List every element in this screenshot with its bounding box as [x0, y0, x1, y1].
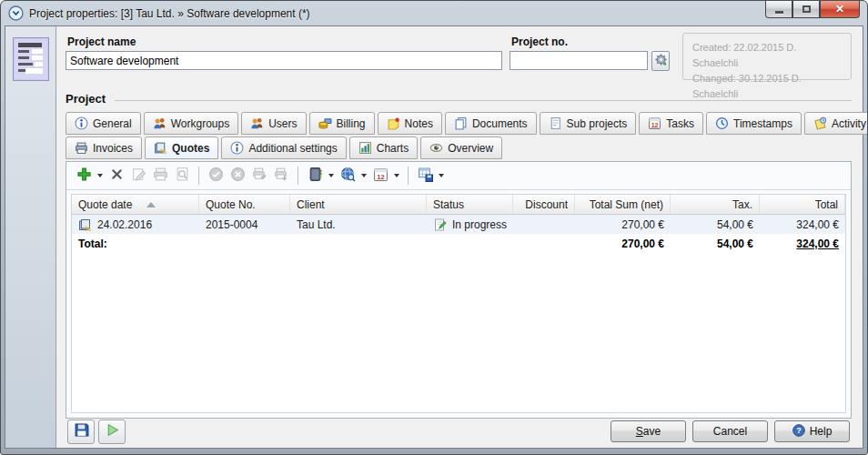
- project-no-input[interactable]: [510, 51, 648, 70]
- tab-quotes[interactable]: % Quotes: [145, 136, 218, 159]
- column-header-quote-date[interactable]: Quote date: [72, 195, 199, 214]
- tab-workgroups[interactable]: Workgroups: [144, 112, 238, 135]
- tab-documents[interactable]: Documents: [445, 112, 537, 135]
- project-name-label: Project name: [67, 35, 502, 48]
- column-header-total[interactable]: Total: [760, 195, 845, 214]
- tab-notes[interactable]: Notes: [378, 112, 442, 135]
- total-label: Total:: [72, 234, 199, 253]
- continue-button[interactable]: [98, 420, 126, 444]
- tab-tasks[interactable]: 12 Tasks: [639, 112, 703, 135]
- tab-sub-projects[interactable]: Sub projects: [540, 112, 637, 135]
- sidebar: [5, 26, 56, 448]
- tab-timestamps[interactable]: Timestamps: [706, 112, 802, 135]
- column-header-tax[interactable]: Tax.: [671, 195, 760, 214]
- total-total-value: 324,00 €: [760, 234, 845, 253]
- svg-text:12: 12: [651, 122, 659, 128]
- cancel-button[interactable]: Cancel: [692, 420, 768, 442]
- tab-additional-settings[interactable]: Additional settings: [221, 136, 346, 159]
- dropdown-caret-icon: [394, 174, 399, 177]
- gear-icon: [654, 53, 668, 69]
- accept-quote-button[interactable]: [205, 165, 227, 187]
- print-preview-button[interactable]: [171, 165, 193, 187]
- column-header-client[interactable]: Client: [290, 195, 427, 214]
- section-divider: [115, 100, 852, 101]
- quick-save-button[interactable]: [67, 420, 95, 444]
- project-form-icon: [13, 37, 49, 448]
- tab-charts[interactable]: Charts: [349, 136, 418, 159]
- activity-report-icon: [813, 116, 827, 130]
- svg-text:?: ?: [796, 426, 802, 435]
- header-fields: Project name Project no. Created: 22.02.…: [66, 32, 852, 85]
- app-icon[interactable]: [8, 5, 24, 21]
- edit-quote-button[interactable]: [127, 165, 149, 187]
- tab-activity-report[interactable]: Activity Report: [804, 112, 868, 135]
- help-button[interactable]: ? Help: [774, 420, 850, 442]
- print-batch-button[interactable]: [270, 165, 292, 187]
- users-icon: [250, 116, 264, 130]
- column-header-quote-no[interactable]: Quote No.: [199, 195, 290, 214]
- grid-save-icon: [418, 167, 433, 185]
- tab-invoices[interactable]: Invoices: [66, 136, 142, 159]
- generate-project-no-button[interactable]: [651, 51, 670, 71]
- invoices-icon: [75, 141, 88, 155]
- total-sum-net-value: 270,00 €: [575, 234, 671, 253]
- close-button[interactable]: ✕: [820, 1, 860, 18]
- minimize-button[interactable]: [765, 1, 792, 18]
- maximize-button[interactable]: [792, 1, 820, 18]
- column-header-total-sum-net[interactable]: Total Sum (net): [575, 195, 671, 214]
- project-name-input[interactable]: [66, 51, 502, 70]
- dialog-body: Project name Project no. Created: 22.02.…: [5, 25, 863, 449]
- add-quote-button[interactable]: [73, 165, 95, 187]
- window-title: Project properties: [3] Tau Ltd. » Softw…: [29, 7, 310, 20]
- column-header-status[interactable]: Status: [427, 195, 513, 214]
- web-search-dropdown-button[interactable]: [358, 165, 369, 187]
- tasks-icon: 12: [648, 116, 661, 130]
- delete-quote-button[interactable]: [106, 165, 127, 187]
- notes-icon: [387, 116, 400, 130]
- reject-icon: [230, 167, 246, 185]
- address-book-dropdown-button[interactable]: [326, 165, 337, 187]
- table-empty-area: [72, 253, 845, 412]
- cell-quote-no: 2015-0004: [199, 215, 290, 234]
- grid-layout-dropdown-button[interactable]: [436, 165, 447, 187]
- close-icon: ✕: [835, 3, 844, 15]
- print-quote-button[interactable]: [149, 165, 171, 187]
- cell-status: In progress: [427, 215, 513, 234]
- delete-icon: [109, 167, 125, 185]
- reject-quote-button[interactable]: [227, 165, 248, 187]
- add-dropdown-button[interactable]: [95, 165, 106, 187]
- cell-discount: [513, 215, 575, 234]
- quotes-icon: %: [154, 141, 167, 155]
- tab-overview[interactable]: Overview: [420, 136, 502, 159]
- window-controls: ✕: [765, 1, 860, 18]
- print-accept-icon: [252, 167, 267, 185]
- main-area: Project name Project no. Created: 22.02.…: [56, 26, 863, 448]
- dropdown-caret-icon: [97, 174, 103, 177]
- charts-icon: [358, 141, 372, 155]
- column-header-discount[interactable]: Discount: [513, 195, 575, 214]
- toolbar-separator: [408, 167, 409, 185]
- cell-client: Tau Ltd.: [290, 215, 427, 234]
- table-total-row: Total: 270,00 € 54,00 € 324,00 €: [72, 234, 845, 253]
- web-search-button[interactable]: [337, 165, 358, 187]
- tab-general[interactable]: General: [66, 112, 141, 135]
- in-progress-icon: [433, 217, 448, 232]
- tab-billing[interactable]: Billing: [309, 112, 375, 135]
- billing-icon: [318, 116, 332, 130]
- cell-total-sum-net: 270,00 €: [575, 215, 671, 234]
- cell-tax: 54,00 €: [671, 215, 760, 234]
- tab-users[interactable]: Users: [241, 112, 306, 135]
- grid-layout-button[interactable]: [414, 165, 436, 187]
- print-accept-button[interactable]: [248, 165, 270, 187]
- dropdown-caret-icon: [361, 174, 367, 177]
- titlebar[interactable]: Project properties: [3] Tau Ltd. » Softw…: [1, 1, 867, 25]
- calendar-button[interactable]: 12: [369, 165, 391, 187]
- address-book-button[interactable]: [304, 165, 326, 187]
- created-text: Created: 22.02.2015 D. Schaelchli: [692, 40, 842, 71]
- save-button[interactable]: Save: [611, 420, 686, 442]
- calendar-dropdown-button[interactable]: [391, 165, 402, 187]
- quotes-toolbar: 12: [66, 162, 851, 190]
- web-search-icon: [340, 167, 356, 185]
- table-row-quote[interactable]: % 24.02.2016 2015-0004 Tau Ltd. In progr…: [72, 215, 845, 234]
- total-tax-value: 54,00 €: [671, 234, 760, 253]
